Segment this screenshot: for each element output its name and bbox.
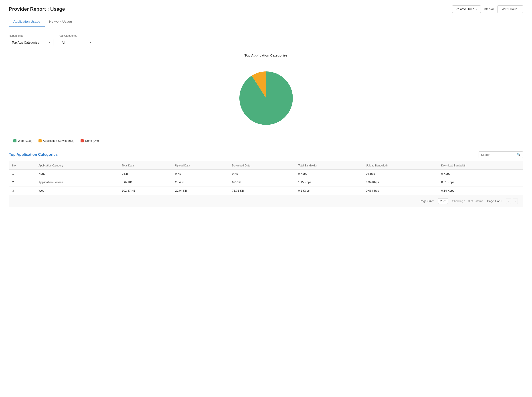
table-header-row-columns: No Application Category Total Data Uploa… [9,162,523,170]
chevron-down-icon-4: ▾ [90,41,92,44]
page-nav: ‹ › [506,198,518,204]
table-cell: 0.2 Kbps [295,186,363,195]
page-title: Provider Report : Usage [9,6,65,12]
legend-label-appservice: Application Service (9%) [43,139,74,143]
table-cell: None [35,170,119,178]
header-controls: Relative Time ▾ Interval: Last 1 Hour ▾ [452,5,523,13]
table-cell: 73.33 KB [229,186,295,195]
table-cell: 0.81 Kbps [438,178,523,186]
interval-value: Last 1 Hour [501,7,517,11]
legend-color-appservice [38,139,42,143]
col-header-category: Application Category [35,162,119,170]
table-cell: Application Service [35,178,119,186]
col-header-upload-data: Upload Data [172,162,229,170]
interval-label: Interval: [483,7,495,11]
legend-item-none: None (0%) [80,139,99,143]
table-cell: 0 KB [172,170,229,178]
legend-label-web: Web (91%) [18,139,32,143]
table-title: Top Application Categories [9,152,58,157]
table-header-row: Top Application Categories 🔍 [9,151,523,158]
prev-page-button[interactable]: ‹ [506,198,511,204]
table-cell: 0.14 Kbps [438,186,523,195]
page-size-selector[interactable]: 25 ▾ [438,198,448,204]
table-cell: 6.07 KB [229,178,295,186]
table-cell: 0 Kbps [438,170,523,178]
chart-section: Top Application Categories [9,53,523,143]
legend-color-none [80,139,84,143]
app-categories-label: App Categories [59,34,94,37]
table-cell: 2 [9,178,35,186]
relative-time-dropdown[interactable]: Relative Time ▾ [452,5,481,13]
app-categories-value: All [62,41,65,44]
legend: Web (91%) Application Service (9%) None … [9,139,523,143]
table-body: 1None0 KB0 KB0 KB0 Kbps0 Kbps0 Kbps2Appl… [9,170,523,195]
col-header-total-data: Total Data [119,162,172,170]
app-categories-select[interactable]: All ▾ [59,39,94,46]
table-cell: 0 KB [229,170,295,178]
main-content: Report Type Top App Categories ▾ App Cat… [0,27,532,214]
chevron-down-icon-3: ▾ [49,41,50,44]
table-cell: 2.54 KB [172,178,229,186]
app-categories-filter: App Categories All ▾ [59,34,94,46]
next-page-button[interactable]: › [513,198,518,204]
report-type-value: Top App Categories [12,41,39,44]
table-cell: 3 [9,186,35,195]
legend-label-none: None (0%) [85,139,99,143]
chevron-down-icon: ▾ [476,8,477,11]
table-cell: 102.37 KB [119,186,172,195]
page-header: Provider Report : Usage Relative Time ▾ … [0,0,532,17]
table-row: 2Application Service8.62 KB2.54 KB6.07 K… [9,178,523,186]
table-cell: 29.04 KB [172,186,229,195]
search-icon: 🔍 [517,153,521,156]
col-header-no: No [9,162,35,170]
page-size-label: Page Size: [420,199,434,203]
chart-title: Top Application Categories [9,53,523,57]
col-header-upload-bw: Upload Bandwidth [363,162,438,170]
col-header-total-bw: Total Bandwidth [295,162,363,170]
col-header-download-data: Download Data [229,162,295,170]
legend-item-appservice: Application Service (9%) [38,139,74,143]
tabs-bar: Application Usage Network Usage [0,17,532,27]
search-box[interactable]: 🔍 [479,151,523,158]
table-head: No Application Category Total Data Uploa… [9,162,523,170]
tab-network-usage[interactable]: Network Usage [45,17,77,27]
interval-dropdown[interactable]: Last 1 Hour ▾ [497,5,523,13]
table-cell: 0 Kbps [295,170,363,178]
report-type-label: Report Type [9,34,53,37]
tab-application-usage[interactable]: Application Usage [9,17,45,27]
showing-text: Showing 1 - 3 of 3 items [452,199,483,203]
table-cell: 0.34 Kbps [363,178,438,186]
relative-time-label: Relative Time [455,7,474,11]
chevron-down-icon-2: ▾ [519,8,520,11]
chevron-down-icon-5: ▾ [444,200,446,203]
report-type-filter: Report Type Top App Categories ▾ [9,34,53,46]
table-row: 1None0 KB0 KB0 KB0 Kbps0 Kbps0 Kbps [9,170,523,178]
table-cell: Web [35,186,119,195]
table-cell: 0 KB [119,170,172,178]
table-footer: Page Size: 25 ▾ Showing 1 - 3 of 3 items… [9,195,523,207]
col-header-download-bw: Download Bandwidth [438,162,523,170]
table-cell: 0 Kbps [363,170,438,178]
table-cell: 1.15 Kbps [295,178,363,186]
table-row: 3Web102.37 KB29.04 KB73.33 KB0.2 Kbps0.0… [9,186,523,195]
legend-item-web: Web (91%) [13,139,32,143]
pie-svg [230,62,302,134]
table-section: Top Application Categories 🔍 No Applicat… [9,151,523,207]
page-size-value: 25 [440,199,443,203]
pie-chart [9,62,523,134]
table-cell: 8.62 KB [119,178,172,186]
table-cell: 0.06 Kbps [363,186,438,195]
legend-color-web [13,139,17,143]
search-input[interactable] [481,153,515,156]
filter-row: Report Type Top App Categories ▾ App Cat… [9,34,523,46]
report-type-select[interactable]: Top App Categories ▾ [9,39,53,46]
page-label: Page 1 of 1 [487,199,502,203]
table-cell: 1 [9,170,35,178]
data-table: No Application Category Total Data Uploa… [9,161,523,195]
